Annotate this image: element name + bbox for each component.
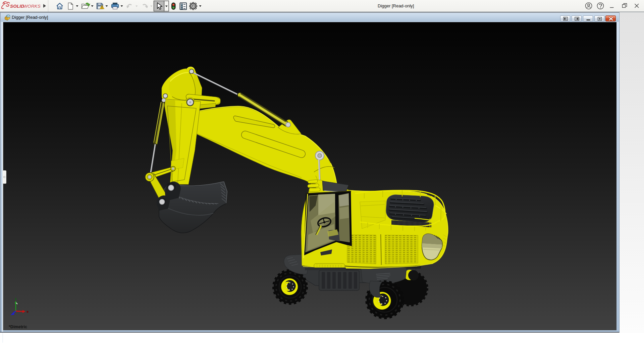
svg-text:WORKS: WORKS xyxy=(23,4,41,9)
svg-text:SOLID: SOLID xyxy=(10,4,24,9)
